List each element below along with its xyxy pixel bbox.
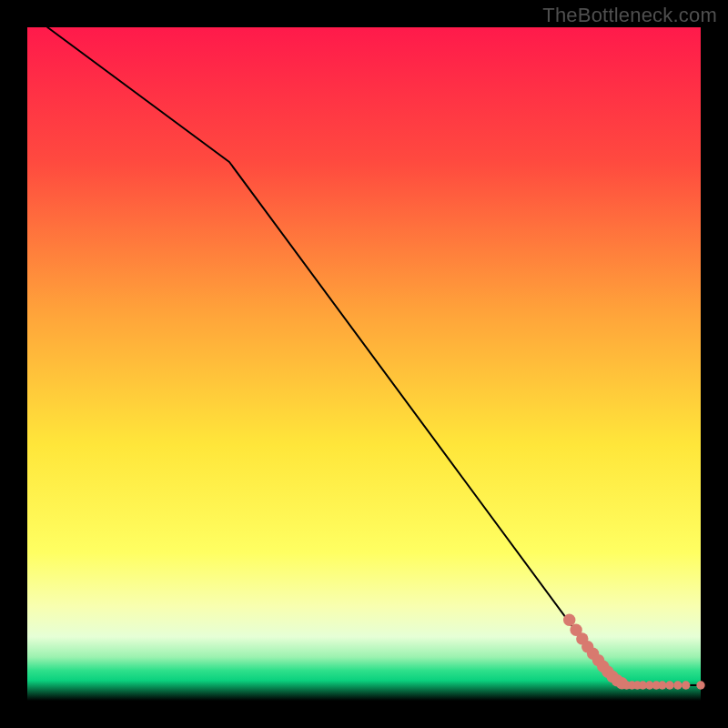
data-point (673, 681, 682, 689)
data-point (563, 614, 575, 626)
data-point (682, 681, 690, 689)
data-point (658, 681, 666, 689)
chart-svg (0, 0, 728, 728)
chart-stage: TheBottleneck.com (0, 0, 728, 728)
data-point (665, 681, 673, 689)
data-point (696, 681, 704, 689)
plot-background (27, 27, 701, 701)
